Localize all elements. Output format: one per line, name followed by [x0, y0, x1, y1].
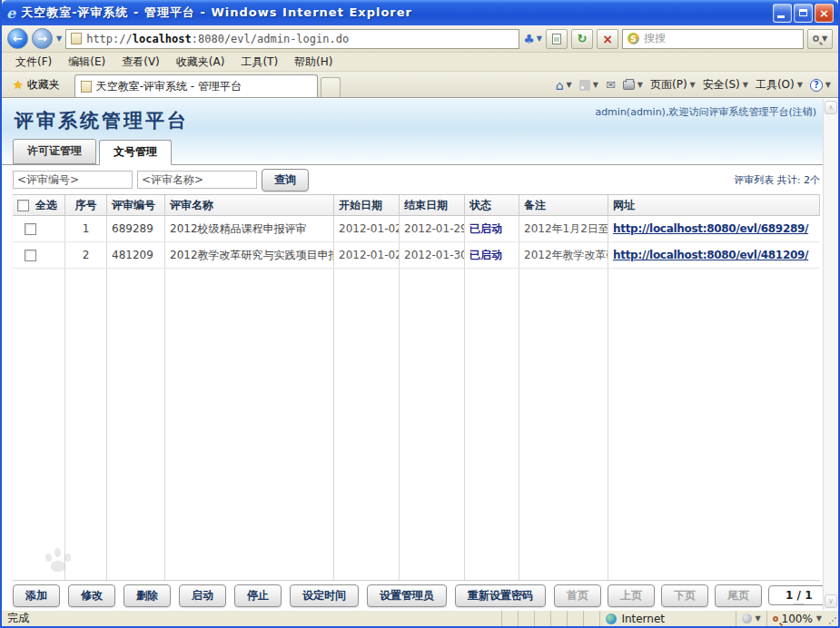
refresh-icon: ↻ — [578, 32, 588, 45]
tab-document-number-management[interactable]: 文号管理 — [99, 140, 172, 165]
cell-remark: 2012年教学改革研 — [519, 242, 608, 268]
menu-favorites[interactable]: 收藏夹(A) — [168, 54, 233, 70]
review-code-input[interactable] — [13, 171, 133, 189]
security-menu-button[interactable]: 安全(S)▼ — [703, 77, 748, 93]
menu-edit[interactable]: 编辑(E) — [60, 54, 114, 70]
address-icons: ♣ ▼ — [523, 32, 542, 46]
select-all-checkbox[interactable] — [17, 200, 29, 211]
address-dropdown-icon[interactable]: ▼ — [537, 34, 542, 43]
cell-start-date: 2012-01-02 — [334, 242, 400, 268]
header-status: 状态 — [465, 195, 519, 215]
page-header: 评审系统管理平台 admin(admin),欢迎访问评审系统管理平台(注销) — [2, 99, 838, 141]
main-panel: 查询 评审列表 共计: 2个 全选 序号 评审编号 评审名称 开始日期 结束日期… — [2, 165, 838, 610]
action-toolbar: 添加 修改 删除 启动 停止 设定时间 设置管理员 重新设置密码 首页 上页 下… — [13, 580, 820, 610]
status-bar: 完成 Internet ▼ 100% ▼ — [2, 610, 838, 626]
status-badge: 已启动 — [469, 248, 502, 263]
zone-label: Internet — [621, 613, 665, 625]
set-admin-button[interactable]: 设置管理员 — [367, 584, 447, 607]
feeds-button[interactable]: ▼ — [579, 80, 598, 91]
tools-menu-button[interactable]: 工具(O)▼ — [756, 77, 803, 93]
help-button[interactable]: ?▼ — [810, 79, 831, 92]
reset-password-button[interactable]: 重新设置密码 — [455, 584, 546, 607]
minimize-icon — [777, 15, 785, 18]
home-dropdown-icon[interactable]: ▼ — [567, 81, 572, 89]
page-menu-button[interactable]: 页面(P)▼ — [650, 77, 696, 93]
menu-tools[interactable]: 工具(T) — [232, 54, 286, 70]
search-go-button[interactable]: ▼ — [807, 29, 833, 49]
last-page-button[interactable]: 尾页 — [715, 584, 762, 607]
zoom-dropdown-icon: ▼ — [816, 614, 822, 623]
new-tab-button[interactable] — [321, 77, 341, 97]
favorites-star-icon: ★ — [13, 78, 24, 92]
welcome-text[interactable]: admin(admin),欢迎访问评审系统管理平台(注销) — [595, 101, 816, 141]
tab-license-management[interactable]: 许可证管理 — [13, 139, 96, 164]
help-dropdown-icon: ▼ — [825, 81, 831, 89]
stop-button[interactable]: × — [597, 29, 618, 49]
tab-bar: ★ 收藏夹 天空教室-评审系统 - 管理平台 ⌂▼ ▼ ✉ ▼ 页面(P)▼ 安… — [2, 72, 838, 98]
favorites-label: 收藏夹 — [27, 77, 60, 93]
first-page-button[interactable]: 首页 — [554, 584, 601, 607]
search-dropdown-icon[interactable]: ▼ — [822, 34, 827, 43]
edit-button[interactable]: 修改 — [68, 584, 115, 607]
review-url-link[interactable]: http://localhost:8080/evl/481209/ — [613, 249, 808, 261]
tools-menu-dropdown-icon: ▼ — [797, 81, 803, 89]
cell-code: 689289 — [107, 216, 165, 241]
cell-seq: 1 — [65, 216, 107, 241]
table-row: 1 689289 2012校级精品课程申报评审 2012-01-02 2012-… — [13, 216, 820, 242]
menu-file[interactable]: 文件(F) — [7, 54, 60, 70]
print-dropdown-icon[interactable]: ▼ — [637, 81, 643, 89]
mail-button[interactable]: ✉ — [606, 78, 616, 92]
cell-end-date: 2012-01-29 — [400, 216, 465, 241]
rss-icon — [579, 80, 590, 91]
internet-globe-icon — [606, 613, 617, 624]
favorites-button[interactable]: ★ 收藏夹 — [5, 74, 67, 97]
delete-button[interactable]: 删除 — [124, 584, 171, 607]
page-header-zone: 评审系统管理平台 admin(admin),欢迎访问评审系统管理平台(注销) 许… — [2, 99, 838, 165]
nav-dropdown-icon[interactable]: ▼ — [56, 34, 62, 43]
minimize-button[interactable] — [773, 4, 792, 23]
restore-icon — [799, 9, 807, 16]
tab-title: 天空教室-评审系统 - 管理平台 — [96, 79, 242, 94]
scroll-up-icon[interactable]: ∧ — [825, 101, 837, 114]
vertical-scrollbar[interactable]: ∧ ∨ — [823, 99, 838, 610]
refresh-button[interactable]: ↻ — [571, 29, 593, 49]
cell-end-date: 2012-01-30 — [400, 242, 465, 268]
scroll-down-icon[interactable]: ∨ — [825, 594, 837, 608]
protected-mode-button[interactable]: ▼ — [736, 611, 766, 626]
zoom-control[interactable]: 100% ▼ — [766, 611, 827, 626]
compatibility-icon — [552, 34, 561, 44]
table-header-row: 全选 序号 评审编号 评审名称 开始日期 结束日期 状态 备注 网址 — [13, 194, 820, 216]
home-button[interactable]: ⌂▼ — [556, 78, 572, 93]
row-checkbox[interactable] — [25, 250, 36, 261]
stop-review-button[interactable]: 停止 — [234, 584, 282, 607]
page-menu-dropdown-icon: ▼ — [690, 81, 696, 89]
header-code: 评审编号 — [107, 195, 165, 215]
address-input[interactable]: http://localhost:8080/evl/admin-login.do — [65, 29, 519, 49]
set-time-button[interactable]: 设定时间 — [290, 584, 359, 607]
forward-button[interactable]: → — [32, 28, 53, 49]
print-icon — [623, 81, 635, 90]
menu-help[interactable]: 帮助(H) — [286, 54, 341, 70]
next-page-button[interactable]: 下页 — [661, 584, 708, 607]
compatibility-view-button[interactable] — [546, 29, 568, 49]
resize-grip[interactable] — [827, 611, 838, 626]
cell-name: 2012教学改革研究与实践项目申报 — [165, 242, 334, 268]
feeds-dropdown-icon[interactable]: ▼ — [593, 81, 598, 89]
review-name-input[interactable] — [137, 171, 257, 189]
ie-logo-icon: e — [6, 5, 15, 22]
search-input[interactable]: S 搜搜 — [622, 29, 804, 49]
print-button[interactable]: ▼ — [623, 81, 643, 90]
menu-view[interactable]: 查看(V) — [114, 54, 168, 70]
row-checkbox[interactable] — [25, 223, 36, 235]
restore-button[interactable] — [794, 4, 813, 23]
cell-seq: 2 — [65, 242, 107, 268]
back-button[interactable]: ← — [7, 28, 28, 49]
add-button[interactable]: 添加 — [13, 584, 60, 607]
browser-tab[interactable]: 天空教室-评审系统 - 管理平台 — [74, 74, 318, 97]
review-url-link[interactable]: http://localhost:8080/evl/689289/ — [613, 222, 808, 235]
close-button[interactable]: × — [815, 4, 834, 23]
start-button[interactable]: 启动 — [179, 584, 226, 607]
query-button[interactable]: 查询 — [262, 169, 309, 191]
protected-mode-icon — [742, 613, 752, 623]
prev-page-button[interactable]: 上页 — [608, 584, 655, 607]
